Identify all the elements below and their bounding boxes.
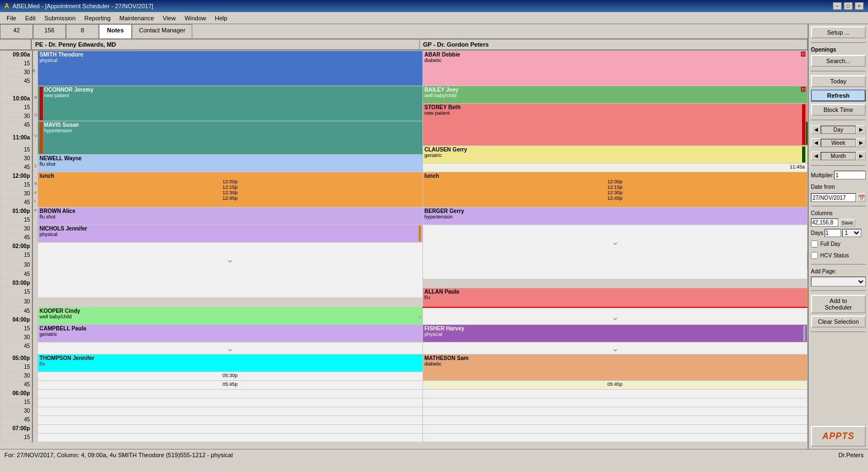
month-prev-button[interactable]: ◀ <box>811 151 821 160</box>
menu-window[interactable]: Window <box>180 14 210 23</box>
maximize-button[interactable]: □ <box>844 2 853 10</box>
appt-lunch-left[interactable]: lunch 12:00p 12:15p 12:30p 12:45p <box>38 172 423 207</box>
empty-700-left[interactable] <box>38 425 423 434</box>
time-0945: 45 <box>1 77 32 86</box>
hcv-checkbox[interactable] <box>811 252 818 259</box>
minimize-button[interactable]: − <box>833 2 842 10</box>
block-time-button[interactable]: Block Time <box>811 104 866 116</box>
setup-button[interactable]: Setup ... <box>811 26 866 38</box>
time-slot-0715: 15 <box>1 434 808 442</box>
appt-brown[interactable]: BROWN Alice flu shot <box>38 207 423 225</box>
empty-600-right[interactable] <box>422 390 808 398</box>
appt-clausen[interactable]: CLAUSEN Gerry geriatric <box>422 146 808 164</box>
empty-345-right[interactable]: ⌄ <box>422 307 808 325</box>
empty-630-left[interactable] <box>38 407 423 416</box>
time-0530: 30 <box>1 372 32 381</box>
menu-view[interactable]: View <box>158 14 180 23</box>
month-label[interactable]: Month <box>821 152 856 160</box>
add-page-select[interactable] <box>811 277 866 286</box>
time-0430: 30 <box>1 334 32 342</box>
empty-700-right[interactable] <box>422 425 808 434</box>
empty-715-left[interactable] <box>38 434 423 442</box>
refresh-button[interactable]: Refresh <box>811 89 866 102</box>
empty-615-right[interactable] <box>422 398 808 407</box>
days-select[interactable]: 1 <box>842 229 861 237</box>
time-1230: 30 <box>1 190 32 199</box>
appt-abar[interactable]: D ABAR Debbie diabetic <box>422 51 808 86</box>
app-icon: A <box>4 2 9 10</box>
empty-200-left[interactable]: ⌄ <box>38 243 423 298</box>
appt-newell[interactable]: NEWELL Wayne flu shot <box>38 155 423 172</box>
appt-kooper[interactable]: KOOPER Cindy well baby/child <box>38 307 423 325</box>
days-input[interactable] <box>825 229 841 237</box>
time-0645: 45 <box>1 416 32 425</box>
add-page-label: Add Page: <box>811 268 866 274</box>
close-button[interactable]: × <box>855 2 864 10</box>
appt-lunch-right[interactable]: lunch 12:00p 12:15p 12:30p 12:45p <box>422 172 808 207</box>
columns-input[interactable] <box>811 218 838 227</box>
empty-630-right[interactable] <box>422 407 808 416</box>
appt-matheson[interactable]: MATHESON Sam diabetic <box>422 355 808 381</box>
calendar-icon[interactable]: 📅 <box>857 193 866 202</box>
appt-mavis[interactable]: MAVIS Susan hypertension <box>38 121 423 155</box>
menu-edit[interactable]: Edit <box>21 14 40 23</box>
appt-fisher[interactable]: FISHER Harvey physical <box>422 325 808 342</box>
week-prev-button[interactable]: ◀ <box>811 138 821 147</box>
save-button[interactable]: Save <box>839 219 855 227</box>
empty-645-left[interactable] <box>38 416 423 425</box>
appt-bailey-joey[interactable]: D BAILEY Joey well baby/child <box>422 86 808 104</box>
tab-8[interactable]: 8 <box>66 24 99 38</box>
empty-600-left[interactable] <box>38 390 423 398</box>
multiplier-input[interactable] <box>834 171 866 179</box>
time-0545-left[interactable]: 05:45p <box>38 381 423 390</box>
doc-header-left: PE - Dr. Penny Edwards, MD <box>32 40 420 49</box>
day-label[interactable]: Day <box>821 126 856 134</box>
clear-selection-button[interactable]: Clear Selection <box>811 316 866 328</box>
full-day-checkbox[interactable] <box>811 240 818 248</box>
appt-thompson[interactable]: THOMPSON Jennifer f/u <box>38 355 423 372</box>
time-slot-0900: 09:00a SMITH Theodore physical D ABAR D <box>1 51 808 60</box>
today-button[interactable]: Today <box>811 75 866 87</box>
appt-oconnor[interactable]: OCONNOR Jeremy new patient <box>38 86 423 121</box>
date-from-input[interactable] <box>811 193 856 202</box>
appt-allan-paula[interactable]: ALLAN Paula f/u <box>422 288 808 307</box>
appt-storey[interactable]: STOREY Beth new patient <box>422 104 808 146</box>
empty-445-right[interactable]: ⌄ <box>422 342 808 355</box>
appt-nichols[interactable]: NICHOLS Jennifer physical <box>38 225 423 243</box>
day-next-button[interactable]: ▶ <box>856 125 866 134</box>
empty-645-right[interactable] <box>422 416 808 425</box>
time-0445: 45 <box>1 342 32 355</box>
appt-berger[interactable]: BERGER Gerry hypertension <box>422 207 808 225</box>
menu-maintenance[interactable]: Maintenance <box>115 14 158 23</box>
add-to-scheduler-button[interactable]: Add to Scheduler <box>811 295 866 313</box>
week-next-button[interactable]: ▶ <box>856 138 866 147</box>
menu-reporting[interactable]: Reporting <box>80 14 115 23</box>
menu-help[interactable]: Help <box>210 14 232 23</box>
note-n2: N <box>32 181 38 190</box>
tab-156[interactable]: 156 <box>33 24 66 38</box>
empty-130-right[interactable]: ⌄ <box>422 225 808 279</box>
time-0700p: 07:00p <box>1 425 32 434</box>
appt-smith[interactable]: SMITH Theodore physical <box>38 51 423 86</box>
tab-notes[interactable]: Notes <box>99 24 132 38</box>
time-1145-right: 11:45a <box>422 164 808 172</box>
appt-campbell[interactable]: CAMPBELL Paula geriatric <box>38 325 423 342</box>
time-0530-left[interactable]: 05:30p <box>38 372 423 381</box>
time-0930: 30 <box>1 69 32 77</box>
empty-715-right[interactable] <box>422 434 808 442</box>
month-next-button[interactable]: ▶ <box>856 151 866 160</box>
empty-615-left[interactable] <box>38 398 423 407</box>
search-button[interactable]: Search... <box>811 55 866 67</box>
week-label[interactable]: Week <box>821 139 856 147</box>
tab-42[interactable]: 42 <box>0 24 33 38</box>
scheduler-scroll[interactable]: 09:00a SMITH Theodore physical D ABAR D <box>0 50 808 449</box>
title-bar-right[interactable]: − □ × <box>833 2 864 10</box>
menu-file[interactable]: File <box>2 14 21 23</box>
menu-submission[interactable]: Submission <box>40 14 80 23</box>
tab-contact-manager[interactable]: Contact Manager <box>132 24 192 38</box>
month-nav: ◀ Month ▶ <box>811 151 866 160</box>
day-prev-button[interactable]: ◀ <box>811 125 821 134</box>
status-left: For: 27/NOV/2017, Column: 4, 09:00a, 4u … <box>4 452 233 458</box>
hcv-label: HCV Status <box>820 252 849 259</box>
empty-445-left[interactable]: ⌄ <box>38 342 423 355</box>
